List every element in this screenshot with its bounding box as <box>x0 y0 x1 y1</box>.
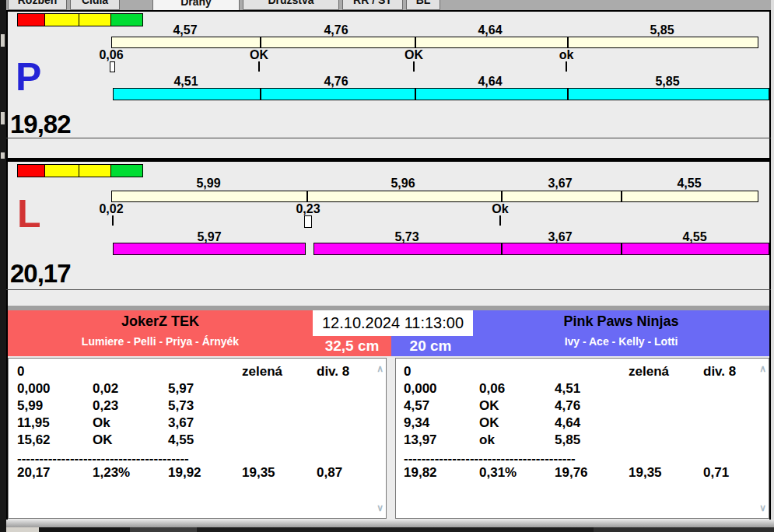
tab-bar: Rozbeh Čidla Dráhy Družstvá RR / ST BL <box>0 0 774 10</box>
p-progress-bar <box>113 88 769 100</box>
list-cell: 13,97 <box>404 433 437 446</box>
strip-red <box>17 13 45 26</box>
scroll-down-icon[interactable]: ∨ <box>759 503 766 513</box>
list-total-cell: 19,35 <box>242 466 275 479</box>
p-bottom-split-3: 4,64 <box>455 75 525 89</box>
list-total-cell: 20,17 <box>17 466 51 479</box>
list-cell: 0,000 <box>17 382 51 395</box>
tab-cidla[interactable]: Čidla <box>70 0 120 10</box>
bottom-gray-strip <box>0 520 774 527</box>
list-cell: 0 <box>404 365 411 378</box>
left-team-members: Lumiere - Pelli - Priya - Árnyék <box>8 335 313 348</box>
list-cell: OK <box>479 399 499 412</box>
p-marker-tick-2 <box>413 61 415 72</box>
scroll-up-icon[interactable]: ∧ <box>759 364 766 373</box>
list-cell: div. 8 <box>703 365 736 378</box>
list-cell: 3,67 <box>168 416 194 429</box>
l-marker-box <box>304 215 312 228</box>
p-total-time: 19,82 <box>10 111 71 137</box>
list-cell: 9,34 <box>404 416 429 429</box>
run-datetime: 12.10.2024 11:13:00 <box>313 310 473 336</box>
list-cell: 5,85 <box>555 433 580 446</box>
list-total-cell: 19,92 <box>168 466 201 479</box>
strip-green <box>111 164 143 177</box>
taskbar-segment <box>130 527 197 532</box>
p-marker-box <box>110 61 115 72</box>
p-top-split-2: 4,76 <box>301 23 371 37</box>
left-team-name: JokerZ TEK <box>8 313 313 330</box>
list-total-cell: 0,87 <box>317 466 342 479</box>
lane-letter-p: P <box>16 58 41 96</box>
strip-yellow1 <box>45 164 79 177</box>
p-marker-tick-3 <box>566 61 567 72</box>
l-top-split-1: 5,99 <box>173 177 243 191</box>
p-mark-label-1: 0,06 <box>76 48 146 62</box>
left-screen-edge <box>0 0 6 532</box>
right-result-list[interactable]: 0 zelená div. 8 0,000 0,06 4,51 4,57 OK … <box>395 358 769 519</box>
right-team-name: Pink Paws Ninjas <box>473 313 769 330</box>
p-marker-tick-1 <box>258 61 260 72</box>
tab-bl[interactable]: BL <box>406 0 440 10</box>
list-cell: 11,95 <box>17 416 50 429</box>
list-cell: 0,02 <box>93 382 118 395</box>
strip-yellow2 <box>79 164 111 177</box>
list-cell: 0,06 <box>479 382 505 395</box>
traffic-light-strip-l <box>17 164 143 177</box>
timing-app-window: Rozbeh Čidla Dráhy Družstvá RR / ST BL 4… <box>0 0 774 532</box>
list-cell: zelená <box>629 365 669 378</box>
p-bottom-split-1: 4,51 <box>151 75 221 89</box>
list-cell: ok <box>479 433 495 446</box>
p-top-split-4: 5,85 <box>627 23 697 37</box>
list-cell: 0,000 <box>404 382 437 395</box>
right-team-jump-height: 20 cm <box>391 338 470 355</box>
list-cell: div. 8 <box>317 365 349 378</box>
list-cell: 0,23 <box>93 399 118 412</box>
list-separator: --------------------------------------- <box>17 452 189 465</box>
p-mark-label-2: OK <box>224 48 294 62</box>
list-total-cell: 19,35 <box>629 466 662 479</box>
list-separator: --------------------------------------- <box>404 452 576 465</box>
tab-rozbeh[interactable]: Rozbeh <box>8 0 67 10</box>
list-cell: 15,62 <box>17 433 51 446</box>
list-cell: 4,76 <box>555 399 580 412</box>
list-cell: 4,57 <box>404 399 429 412</box>
list-cell: zelená <box>242 365 282 378</box>
p-top-split-1: 4,57 <box>150 23 220 37</box>
list-cell: 4,64 <box>555 416 580 429</box>
lane-letter-l: L <box>17 194 41 233</box>
right-team-members: Ivy - Ace - Kelly - Lotti <box>473 335 769 348</box>
p-bottom-split-2: 4,76 <box>301 75 371 89</box>
scroll-down-icon[interactable]: ∨ <box>376 503 383 513</box>
taskbar-segment <box>197 527 594 532</box>
list-cell: OK <box>93 433 113 446</box>
tab-druzstva[interactable]: Družstvá <box>243 0 339 10</box>
l-top-split-3: 3,67 <box>525 177 595 191</box>
left-team-jump-height: 32,5 cm <box>313 338 391 355</box>
l-marker-tick-1 <box>112 215 114 226</box>
l-top-bar <box>111 191 758 202</box>
strip-red <box>17 164 45 177</box>
list-cell: 5,97 <box>168 382 194 395</box>
list-cell: 4,55 <box>168 433 194 446</box>
list-cell: Ok <box>93 416 110 429</box>
traffic-light-strip-p <box>17 13 143 26</box>
strip-yellow1 <box>45 13 79 26</box>
list-cell: 0 <box>17 365 24 378</box>
l-marker-tick-2 <box>499 215 501 226</box>
p-mark-label-4: ok <box>531 48 601 62</box>
taskbar-segment <box>594 527 774 532</box>
l-mark-label-1: 0,02 <box>76 202 146 216</box>
list-cell: 5,73 <box>168 399 194 412</box>
strip-yellow2 <box>79 13 111 26</box>
scroll-up-icon[interactable]: ∧ <box>376 364 383 373</box>
tab-rr-st[interactable]: RR / ST <box>342 0 403 10</box>
l-top-split-2: 5,96 <box>368 177 438 191</box>
window-top-border <box>6 10 771 12</box>
p-bottom-split-4: 5,85 <box>632 75 702 89</box>
left-result-list[interactable]: 0 zelená div. 8 0,000 0,02 5,97 5,99 0,2… <box>8 358 387 519</box>
tab-drahy[interactable]: Dráhy <box>152 0 240 10</box>
list-cell: OK <box>479 416 499 429</box>
right-edge-filler <box>771 0 774 532</box>
list-total-cell: 1,23% <box>93 466 130 479</box>
p-top-split-3: 4,64 <box>455 23 525 37</box>
